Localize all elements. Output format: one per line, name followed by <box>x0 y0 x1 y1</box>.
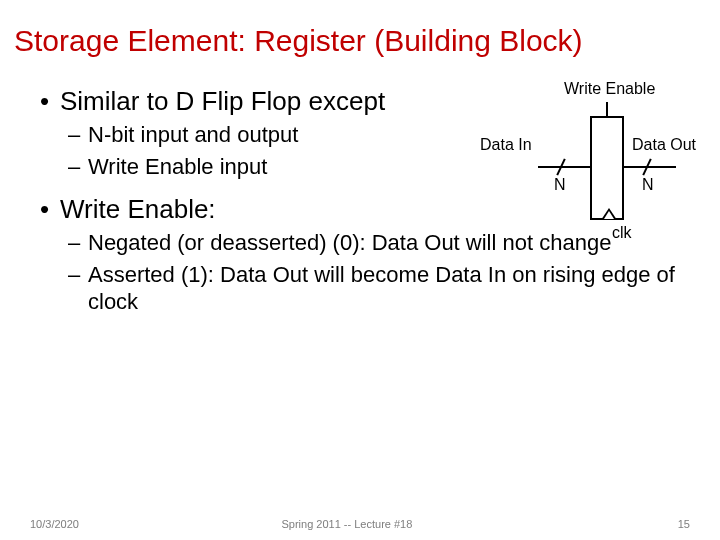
n-out-label: N <box>642 176 654 194</box>
data-out-label: Data Out <box>632 136 696 154</box>
clock-triangle-icon <box>601 208 617 220</box>
wire-write-enable <box>606 102 608 116</box>
n-in-label: N <box>554 176 566 194</box>
register-diagram: Write Enable Data In Data Out N N clk <box>460 80 700 280</box>
wire-data-in <box>538 166 590 168</box>
write-enable-label: Write Enable <box>564 80 655 98</box>
clk-label: clk <box>612 224 632 242</box>
slide-title: Storage Element: Register (Building Bloc… <box>0 0 720 68</box>
data-in-label: Data In <box>480 136 532 154</box>
wire-data-out <box>624 166 676 168</box>
footer-middle: Spring 2011 -- Lecture #18 <box>281 518 412 530</box>
footer-page-number: 15 <box>678 518 690 530</box>
footer-date: 10/3/2020 <box>30 518 79 530</box>
register-box <box>590 116 624 220</box>
